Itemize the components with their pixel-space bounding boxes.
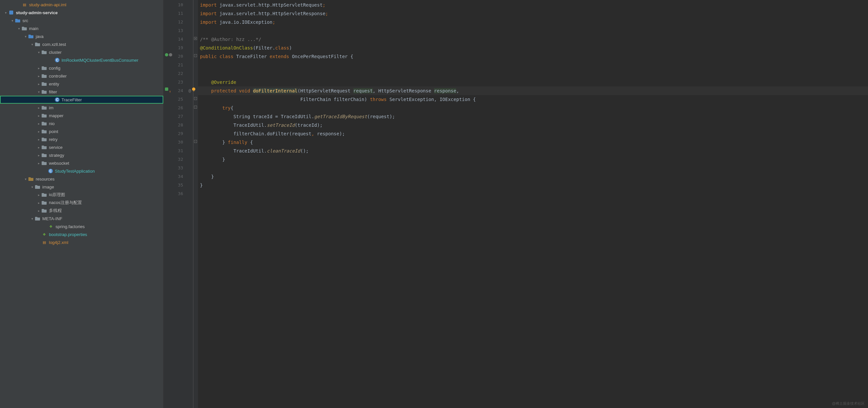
tree-item[interactable]: ▸im <box>0 104 163 111</box>
expand-arrow-icon[interactable]: ▾ <box>10 18 14 23</box>
code-line[interactable]: @ConditionalOnClass(Filter.class) <box>198 43 868 52</box>
code-line[interactable]: } finally { <box>198 138 868 146</box>
tree-item[interactable]: ▾META-INF <box>0 214 163 223</box>
tree-item[interactable]: ▤log4j2.xml <box>0 238 163 246</box>
line-number[interactable]: 26 <box>164 104 193 112</box>
expand-arrow-icon[interactable]: ▾ <box>23 177 28 181</box>
line-number[interactable]: 30 <box>164 138 193 146</box>
expand-arrow-icon[interactable]: ▾ <box>30 216 34 221</box>
tree-item[interactable]: ▸io原理图 <box>0 191 163 199</box>
code-line[interactable]: import java.io.IOException; <box>198 18 868 26</box>
line-number[interactable]: 27 <box>164 112 193 121</box>
expand-arrow-icon[interactable]: ▸ <box>36 81 41 86</box>
expand-arrow-icon[interactable]: ▸ <box>36 66 41 70</box>
tree-item[interactable]: ▸多线程 <box>0 207 163 214</box>
code-line[interactable]: @Override <box>198 78 868 87</box>
tree-item[interactable]: CTraceFilter <box>0 96 163 104</box>
expand-arrow-icon[interactable]: ▸ <box>36 153 41 158</box>
expand-arrow-icon[interactable]: ▾ <box>36 50 41 55</box>
expand-arrow-icon[interactable] <box>43 169 48 173</box>
code-line[interactable] <box>198 61 868 69</box>
code-area[interactable]: import javax.servlet.http.HttpServletReq… <box>198 0 868 408</box>
line-number[interactable]: 35 <box>164 181 193 190</box>
tree-item[interactable]: ▾image <box>0 183 163 191</box>
code-line[interactable]: filterChain.doFilter(request, response); <box>198 129 868 138</box>
code-line[interactable]: try{ <box>198 104 868 112</box>
code-line[interactable]: /** @Author: hzz ...*/ <box>198 35 868 43</box>
expand-arrow-icon[interactable] <box>17 2 21 7</box>
tree-item[interactable]: ▸mapper <box>0 111 163 120</box>
expand-arrow-icon[interactable]: ▾ <box>30 42 34 46</box>
tree-item[interactable]: ▤study-admin-api.iml <box>0 1 163 8</box>
expand-arrow-icon[interactable]: ▸ <box>36 161 41 165</box>
line-number[interactable]: 20 <box>164 52 193 61</box>
tree-item[interactable]: CImRocketMQClusterEventBusConsumer <box>0 56 163 64</box>
expand-arrow-icon[interactable] <box>43 224 48 229</box>
line-number[interactable]: 34 <box>164 172 193 181</box>
expand-arrow-icon[interactable]: ▾ <box>23 34 28 39</box>
code-line[interactable]: FilterChain filterChain) throws ServletE… <box>198 95 868 104</box>
line-number[interactable]: 29 <box>164 129 193 138</box>
expand-arrow-icon[interactable] <box>36 240 41 245</box>
expand-arrow-icon[interactable]: ▾ <box>36 90 41 94</box>
tree-item[interactable]: ▾main <box>0 25 163 32</box>
tree-item[interactable]: ❖spring.factories <box>0 223 163 230</box>
code-line[interactable]: TraceIdUtil.setTraceId(traceId); <box>198 121 868 129</box>
tree-item[interactable]: ▸strategy <box>0 151 163 159</box>
expand-arrow-icon[interactable]: ▸ <box>36 200 41 205</box>
code-line[interactable]: } <box>198 155 868 164</box>
code-line[interactable]: String traceId = TraceIdUtil.getTraceIdB… <box>198 112 868 121</box>
expand-arrow-icon[interactable]: ▾ <box>17 26 21 31</box>
tree-item[interactable]: ▸retry <box>0 135 163 143</box>
line-number[interactable]: 12 <box>164 18 193 26</box>
line-number[interactable]: ↑24@ <box>164 87 193 95</box>
tree-item[interactable]: CStudyTestApplication <box>0 167 163 175</box>
line-number[interactable]: 22 <box>164 69 193 78</box>
line-number[interactable]: 28 <box>164 121 193 129</box>
code-line[interactable]: } <box>198 172 868 181</box>
expand-arrow-icon[interactable]: ▾ <box>30 184 34 189</box>
tree-item[interactable]: ▸config <box>0 64 163 72</box>
expand-arrow-icon[interactable] <box>50 97 54 102</box>
fold-toggle-icon[interactable]: - <box>194 106 197 109</box>
tree-item[interactable]: ▸point <box>0 128 163 135</box>
tree-item[interactable]: ▸nio <box>0 120 163 128</box>
fold-toggle-icon[interactable]: + <box>194 37 197 40</box>
expand-arrow-icon[interactable]: ▸ <box>36 208 41 213</box>
tree-item[interactable]: ▾com.xzll.test <box>0 40 163 48</box>
code-line[interactable] <box>198 190 868 198</box>
line-number[interactable]: 23 <box>164 78 193 87</box>
line-number[interactable]: 36 <box>164 190 193 198</box>
code-line[interactable]: import javax.servlet.http.HttpServletRes… <box>198 9 868 18</box>
fold-toggle-icon[interactable]: - <box>194 54 197 57</box>
code-line[interactable]: protected void doFilterInternal(HttpServ… <box>198 87 868 95</box>
code-line[interactable] <box>198 164 868 172</box>
expand-arrow-icon[interactable]: ▸ <box>36 137 41 142</box>
tree-item[interactable]: ▸service <box>0 143 163 151</box>
override-gutter-icon[interactable] <box>165 88 168 91</box>
expand-arrow-icon[interactable]: ▸ <box>36 74 41 78</box>
code-line[interactable]: public class TraceFilter extends OncePer… <box>198 52 868 61</box>
line-number[interactable]: 31 <box>164 146 193 155</box>
expand-arrow-icon[interactable]: ▸ <box>36 121 41 126</box>
line-number[interactable]: 21 <box>164 61 193 69</box>
expand-arrow-icon[interactable]: ▸ <box>36 129 41 134</box>
line-number[interactable]: 19 <box>164 43 193 52</box>
expand-arrow-icon[interactable]: ▸ <box>36 145 41 149</box>
line-number[interactable]: 25 <box>164 95 193 104</box>
expand-arrow-icon[interactable]: ▸ <box>36 193 41 197</box>
line-number[interactable]: 13 <box>164 26 193 35</box>
tree-item[interactable]: ▾resources <box>0 175 163 183</box>
code-line[interactable]: TraceIdUtil.cleanTraceId(); <box>198 146 868 155</box>
tree-item[interactable]: ▾filter <box>0 88 163 96</box>
tree-item[interactable]: ▸entity <box>0 80 163 88</box>
fold-toggle-icon[interactable]: - <box>194 140 197 143</box>
bean-gutter-icon[interactable] <box>169 53 172 57</box>
expand-arrow-icon[interactable]: ▾ <box>3 10 8 15</box>
line-number[interactable]: 14 <box>164 35 193 43</box>
tree-item[interactable]: ▾src <box>0 16 163 25</box>
line-number[interactable]: 33 <box>164 164 193 172</box>
project-tree[interactable]: ▤study-admin-api.iml▾study-admin-service… <box>0 0 164 408</box>
expand-arrow-icon[interactable]: ▸ <box>36 105 41 110</box>
code-line[interactable] <box>198 69 868 78</box>
